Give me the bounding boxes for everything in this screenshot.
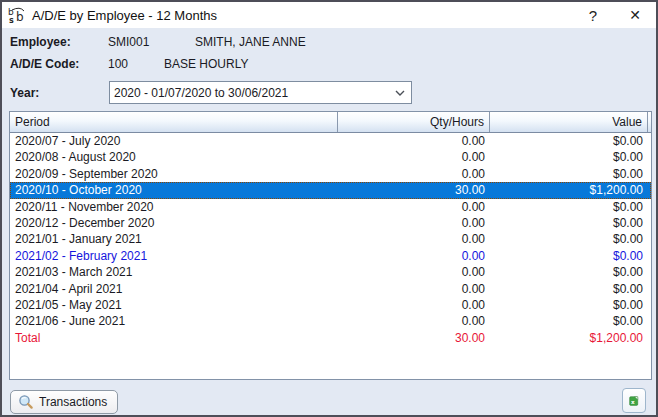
- table-row-value: $0.00: [490, 264, 648, 280]
- help-button[interactable]: ?: [578, 2, 608, 28]
- table-row[interactable]: 2020/08 - August 20200.00$0.00: [10, 149, 651, 165]
- table-row-qty: 0.00: [338, 199, 490, 215]
- table-row[interactable]: 2020/11 - November 20200.00$0.00: [10, 199, 651, 215]
- column-header-value[interactable]: Value: [490, 112, 648, 132]
- table-row[interactable]: 2021/03 - March 20210.00$0.00: [10, 264, 651, 280]
- table-row-qty: 0.00: [338, 215, 490, 231]
- total-row-period: Total: [10, 330, 338, 346]
- total-row-qty: 30.00: [338, 330, 490, 346]
- table-row-qty: 0.00: [338, 133, 490, 149]
- table-row-period: 2020/12 - December 2020: [10, 215, 338, 231]
- table-row-period: 2020/09 - September 2020: [10, 166, 338, 182]
- table-row[interactable]: 2020/12 - December 20200.00$0.00: [10, 215, 651, 231]
- table-row-period: 2020/10 - October 2020: [10, 182, 338, 198]
- table-row-qty: 0.00: [338, 149, 490, 165]
- table-row-value: $0.00: [490, 199, 648, 215]
- ade-code: 100: [108, 57, 164, 71]
- year-select-value: 2020 - 01/07/2020 to 30/06/2021: [110, 86, 389, 100]
- table-row-value: $0.00: [490, 297, 648, 313]
- total-row: Total30.00$1,200.00: [10, 330, 651, 346]
- table-row-period: 2020/11 - November 2020: [10, 199, 338, 215]
- chevron-down-icon[interactable]: [389, 82, 411, 103]
- table-row-period: 2021/04 - April 2021: [10, 281, 338, 297]
- table-row-period: 2020/08 - August 2020: [10, 149, 338, 165]
- table-row-value: $0.00: [490, 149, 648, 165]
- magnifier-icon: [18, 394, 34, 410]
- employee-code: SMI001: [108, 35, 195, 49]
- table-row-value: $0.00: [490, 215, 648, 231]
- table-header: Period Qty/Hours Value: [10, 112, 651, 133]
- table-row-period: 2021/06 - June 2021: [10, 313, 338, 329]
- table-row-period: 2021/03 - March 2021: [10, 264, 338, 280]
- employee-label: Employee:: [10, 35, 108, 49]
- table-row-qty: 0.00: [338, 231, 490, 247]
- table-row-qty: 0.00: [338, 313, 490, 329]
- table-row[interactable]: 2021/04 - April 20210.00$0.00: [10, 281, 651, 297]
- year-label: Year:: [10, 86, 39, 100]
- column-header-period[interactable]: Period: [10, 112, 338, 132]
- employee-name: SMITH, JANE ANNE: [195, 35, 306, 49]
- total-row-value: $1,200.00: [490, 330, 648, 346]
- periods-table: Period Qty/Hours Value 2020/07 - July 20…: [9, 111, 652, 380]
- titlebar: b s b A/D/E by Employee - 12 Months ? ✕: [2, 2, 656, 28]
- table-row-qty: 0.00: [338, 297, 490, 313]
- table-row-qty: 0.00: [338, 248, 490, 264]
- export-to-excel-button[interactable]: x: [622, 388, 646, 413]
- table-row[interactable]: 2021/01 - January 20210.00$0.00: [10, 231, 651, 247]
- column-header-qty-hours[interactable]: Qty/Hours: [338, 112, 490, 132]
- close-button[interactable]: ✕: [620, 2, 650, 28]
- table-row[interactable]: 2021/02 - February 20210.00$0.00: [10, 248, 651, 264]
- table-row-qty: 0.00: [338, 166, 490, 182]
- window-title: A/D/E by Employee - 12 Months: [32, 8, 217, 23]
- app-logo-icon: b s b: [8, 7, 28, 24]
- table-row[interactable]: 2020/09 - September 20200.00$0.00: [10, 166, 651, 182]
- table-row-value: $1,200.00: [490, 182, 648, 198]
- svg-text:x: x: [631, 398, 635, 404]
- dialog-ade-by-employee: b s b A/D/E by Employee - 12 Months ? ✕ …: [0, 0, 658, 417]
- employee-row: Employee:SMI001SMITH, JANE ANNE: [10, 35, 306, 49]
- table-row-period: 2021/01 - January 2021: [10, 231, 338, 247]
- ade-code-label: A/D/E Code:: [10, 57, 108, 71]
- table-row[interactable]: 2020/07 - July 20200.00$0.00: [10, 133, 651, 149]
- table-row[interactable]: 2020/10 - October 202030.00$1,200.00: [10, 182, 651, 198]
- excel-export-icon: x: [629, 393, 639, 409]
- ade-name: BASE HOURLY: [164, 57, 248, 71]
- svg-text:s: s: [9, 16, 14, 24]
- table-row-qty: 0.00: [338, 264, 490, 280]
- table-row-value: $0.00: [490, 166, 648, 182]
- table-row-period: 2021/02 - February 2021: [10, 248, 338, 264]
- ade-code-row: A/D/E Code:100BASE HOURLY: [10, 57, 248, 71]
- table-row-period: 2021/05 - May 2021: [10, 297, 338, 313]
- table-row-qty: 0.00: [338, 281, 490, 297]
- table-row-period: 2020/07 - July 2020: [10, 133, 338, 149]
- table-row-value: $0.00: [490, 281, 648, 297]
- table-row-qty: 30.00: [338, 182, 490, 198]
- table-row-value: $0.00: [490, 231, 648, 247]
- transactions-button[interactable]: Transactions: [10, 390, 118, 414]
- table-row-value: $0.00: [490, 313, 648, 329]
- transactions-button-label: Transactions: [39, 395, 107, 409]
- svg-text:b: b: [16, 10, 24, 24]
- table-row[interactable]: 2021/06 - June 20210.00$0.00: [10, 313, 651, 329]
- table-body: 2020/07 - July 20200.00$0.002020/08 - Au…: [10, 133, 651, 346]
- table-row-value: $0.00: [490, 133, 648, 149]
- table-row-value: $0.00: [490, 248, 648, 264]
- table-row[interactable]: 2021/05 - May 20210.00$0.00: [10, 297, 651, 313]
- year-select[interactable]: 2020 - 01/07/2020 to 30/06/2021: [109, 81, 412, 104]
